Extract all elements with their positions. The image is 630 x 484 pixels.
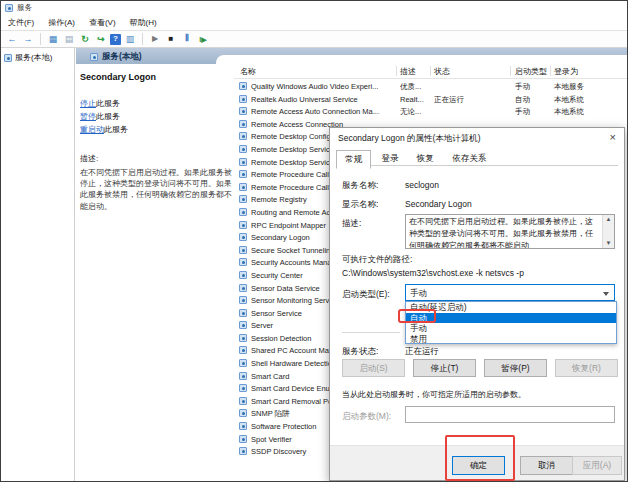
service-icon xyxy=(239,145,247,153)
column-divider[interactable] xyxy=(550,66,551,76)
display-name-value: Secondary Logon xyxy=(405,199,472,209)
service-desc-cell: Realt... xyxy=(400,95,432,104)
menu-help[interactable]: 帮助(H) xyxy=(123,17,164,28)
dialog-tabs: 常规 登录 恢复 依存关系 xyxy=(336,149,618,166)
restart-service-link[interactable]: 重启动 xyxy=(80,125,104,134)
window-view-icon[interactable]: ▥ xyxy=(123,33,137,46)
dialog-title-bar[interactable]: Secondary Logon 的属性(本地计算机) × xyxy=(330,128,624,148)
pause-service-link[interactable]: 暂停 xyxy=(80,112,96,121)
service-icon xyxy=(239,95,247,103)
console-tree-pane: 服务(本地) xyxy=(1,48,75,481)
column-divider[interactable] xyxy=(396,66,397,76)
column-header-startup-type[interactable]: 启动类型 xyxy=(515,66,547,77)
menu-file[interactable]: 文件(F) xyxy=(1,17,41,28)
column-divider[interactable] xyxy=(510,66,511,76)
dialog-description-box[interactable]: 在不同凭据下启用启动过程。如果此服务被停止，这种类型的登录访问将不可用。如果此服… xyxy=(405,214,615,249)
stop-button[interactable]: 停止(T) xyxy=(413,359,476,377)
toolbar: ← → ▦ ▤ ↻ ↪ ? ▥ ▶ ■ Ⅱ I▶ xyxy=(1,30,627,48)
services-window: 服务 文件(F) 操作(A) 查看(V) 帮助(H) ← → ▦ ▤ ↻ ↪ ?… xyxy=(0,0,628,482)
tab-general[interactable]: 常规 xyxy=(336,150,371,169)
start-button[interactable]: 启动(S) xyxy=(342,359,405,377)
extended-view-title: 服务(本地) xyxy=(90,51,142,63)
list-header: 名称 描述 状态 启动类型 登录为 xyxy=(234,64,627,79)
service-row[interactable]: Realtek Audio Universal Service Realt...… xyxy=(234,93,627,106)
section-divider xyxy=(342,332,400,333)
service-icon xyxy=(239,346,247,354)
service-icon xyxy=(239,271,247,279)
console-tree-icon[interactable]: ▦ xyxy=(46,33,60,46)
properties-dialog: Secondary Logon 的属性(本地计算机) × 常规 登录 恢复 依存… xyxy=(329,127,625,481)
refresh-icon[interactable]: ↻ xyxy=(78,33,92,46)
forward-icon[interactable]: → xyxy=(21,33,35,46)
service-logon-cell: 本地服务 xyxy=(554,82,624,92)
tab-recovery[interactable]: 恢复 xyxy=(409,150,442,167)
service-name-label: 服务名称: xyxy=(342,180,378,192)
help-icon[interactable]: ? xyxy=(110,34,121,45)
column-header-description[interactable]: 描述 xyxy=(400,66,416,77)
params-hint-text: 当从此处启动服务时，你可指定所适用的启动参数。 xyxy=(342,389,526,400)
toolbar-separator xyxy=(40,33,41,45)
tab-logon[interactable]: 登录 xyxy=(373,150,406,167)
service-startup-cell: 手动 xyxy=(515,107,551,117)
service-icon xyxy=(239,309,247,317)
service-icon xyxy=(239,120,247,128)
option-automatic[interactable]: 自动 xyxy=(406,313,616,324)
stop-service-icon[interactable]: ■ xyxy=(164,33,178,46)
service-icon xyxy=(239,334,247,342)
service-name-value: seclogon xyxy=(405,180,439,190)
tree-item-services-local[interactable]: 服务(本地) xyxy=(1,48,74,67)
column-header-name[interactable]: 名称 xyxy=(240,66,256,77)
apply-button[interactable]: 应用(A) xyxy=(572,456,622,475)
option-automatic-delayed[interactable]: 自动(延迟启动) xyxy=(406,302,616,313)
menu-bar: 文件(F) 操作(A) 查看(V) 帮助(H) xyxy=(1,15,627,30)
tab-dependencies[interactable]: 依存关系 xyxy=(444,150,494,167)
menu-view[interactable]: 查看(V) xyxy=(82,17,123,28)
service-name-cell: Quality Windows Audio Video Experi... xyxy=(251,82,399,91)
service-name-cell: Remote Access Auto Connection Ma... xyxy=(251,107,399,116)
services-node-icon xyxy=(4,54,12,62)
content-rounded-corner xyxy=(216,55,627,64)
restart-service-icon[interactable]: I▶ xyxy=(196,33,210,46)
startup-type-combobox[interactable]: 手动 xyxy=(405,284,615,301)
service-icon xyxy=(239,195,247,203)
scroll-up-icon[interactable]: ▲ xyxy=(603,215,614,224)
menu-action[interactable]: 操作(A) xyxy=(41,17,82,28)
start-service-icon[interactable]: ▶ xyxy=(148,33,162,46)
selected-service-title: Secondary Logon xyxy=(80,72,232,82)
params-input[interactable] xyxy=(405,406,615,423)
pause-button[interactable]: 暂停(P) xyxy=(484,359,547,377)
export-list-icon[interactable]: ↪ xyxy=(94,33,108,46)
service-row[interactable]: Remote Access Auto Connection Ma... 无论..… xyxy=(234,105,627,118)
resume-button[interactable]: 恢复(R) xyxy=(555,359,618,377)
service-logon-cell: 本地系统 xyxy=(554,107,624,117)
column-header-status[interactable]: 状态 xyxy=(434,66,450,77)
service-icon xyxy=(239,372,247,380)
close-icon[interactable]: × xyxy=(610,131,616,143)
cancel-button[interactable]: 取消 xyxy=(520,456,573,475)
properties-icon[interactable]: ▤ xyxy=(62,33,76,46)
service-icon xyxy=(239,447,247,455)
service-status-value: 正在运行 xyxy=(405,346,439,358)
service-row[interactable]: Quality Windows Audio Video Experi... 优质… xyxy=(234,80,627,93)
service-icon xyxy=(239,435,247,443)
service-icon xyxy=(239,132,247,140)
column-divider[interactable] xyxy=(430,66,431,76)
pause-service-link-row: 暂停此服务 xyxy=(80,111,232,122)
service-icon xyxy=(239,384,247,392)
path-label: 可执行文件的路径: xyxy=(342,254,412,266)
service-icon xyxy=(239,258,247,266)
service-icon xyxy=(239,233,247,241)
annotation-box-ok xyxy=(445,435,515,481)
description-scrollbar[interactable]: ▲ ▼ xyxy=(602,215,614,248)
pause-service-icon[interactable]: Ⅱ xyxy=(180,33,194,46)
stop-service-link[interactable]: 停止 xyxy=(80,99,96,108)
tree-item-label: 服务(本地) xyxy=(15,52,52,63)
scroll-down-icon[interactable]: ▼ xyxy=(603,239,614,248)
service-icon xyxy=(239,82,247,90)
back-icon[interactable]: ← xyxy=(5,33,19,46)
column-header-logon-as[interactable]: 登录为 xyxy=(554,66,578,77)
option-disabled[interactable]: 禁用 xyxy=(406,334,616,345)
service-icon xyxy=(239,296,247,304)
option-manual[interactable]: 手动 xyxy=(406,323,616,334)
path-value: C:\Windows\system32\svchost.exe -k netsv… xyxy=(342,268,524,278)
